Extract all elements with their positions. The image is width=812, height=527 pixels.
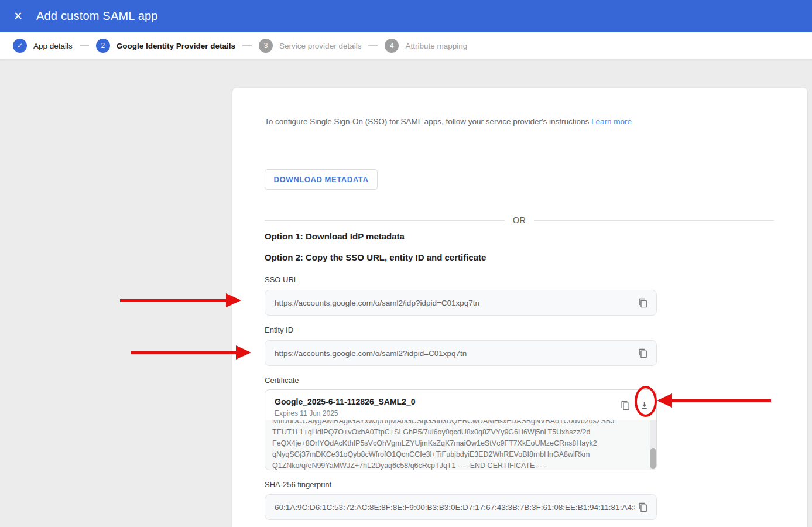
certificate-line: FeQX4je+8OrlYOdAcKthIP5sVcOhVgmLZYUjmKsZ… bbox=[272, 438, 656, 449]
step3-number: 3 bbox=[259, 39, 273, 53]
step1-check-icon: ✓ bbox=[13, 39, 27, 53]
option2-heading: Option 2: Copy the SSO URL, entity ID an… bbox=[265, 252, 486, 262]
certificate-line: qNyqSGj37mDKCe31oQyb8cWfrofO1QcnCCIe3l+T… bbox=[272, 449, 656, 460]
learn-more-link[interactable]: Learn more bbox=[591, 117, 632, 126]
content-card: To configure Single Sign-On (SSO) for SA… bbox=[232, 88, 807, 527]
sso-url-label: SSO URL bbox=[265, 275, 298, 284]
entity-id-label: Entity ID bbox=[265, 326, 293, 334]
option1-heading: Option 1: Download IdP metadata bbox=[265, 231, 405, 241]
intro-text: To configure Single Sign-On (SSO) for SA… bbox=[265, 117, 632, 126]
step4-number: 4 bbox=[385, 39, 399, 53]
wizard-stepper: ✓ App details 2 Google Identity Provider… bbox=[0, 32, 812, 60]
copy-icon bbox=[638, 348, 648, 358]
certificate-label: Certificate bbox=[265, 376, 299, 385]
entity-annotation-arrow-shaft bbox=[131, 351, 237, 354]
add-saml-app-dialog: ✕ Add custom SAML app ✓ App details 2 Go… bbox=[0, 0, 812, 527]
step-connector bbox=[368, 45, 378, 46]
step-service-provider-details[interactable]: 3 Service provider details bbox=[259, 39, 361, 53]
certificate-line: MIIDdDCCAlygAwIBAgIGAYxwJpUqMA0GCSqGSIb3… bbox=[272, 420, 656, 427]
step-connector bbox=[242, 45, 252, 46]
copy-icon bbox=[638, 298, 648, 308]
divider-line bbox=[265, 220, 505, 221]
dialog-title: Add custom SAML app bbox=[36, 9, 158, 23]
certificate-expiry: Expires 11 Jun 2025 bbox=[275, 409, 338, 418]
certificate-name: Google_2025-6-11-112826_SAML2_0 bbox=[275, 397, 415, 406]
step-connector bbox=[80, 45, 89, 46]
step-app-details[interactable]: ✓ App details bbox=[13, 39, 73, 53]
certificate-scrollbar[interactable] bbox=[650, 420, 656, 470]
copy-icon bbox=[621, 401, 631, 410]
sso-copy-button[interactable] bbox=[635, 295, 650, 310]
step2-label: Google Identity Provider details bbox=[117, 42, 235, 50]
download-metadata-button[interactable]: DOWNLOAD METADATA bbox=[265, 169, 378, 190]
intro-sentence: To configure Single Sign-On (SSO) for SA… bbox=[265, 117, 589, 126]
or-divider: OR bbox=[265, 214, 774, 226]
sso-annotation-arrow-shaft bbox=[120, 299, 227, 302]
step2-number: 2 bbox=[96, 39, 110, 53]
sso-url-value: https://accounts.google.com/o/saml2/idp?… bbox=[275, 299, 635, 307]
step1-label: App details bbox=[33, 42, 73, 50]
scrollbar-thumb[interactable] bbox=[650, 448, 656, 469]
certificate-line: TEUT1L1+qHdIPQ7O+vOxbA0TtpC+SLGhP5/7ui6o… bbox=[272, 427, 656, 438]
close-icon[interactable]: ✕ bbox=[12, 10, 25, 23]
certificate-line: Q1ZNko/q/eN99YaMWJZ+7hL2Dyaq6c58/q6cRcpT… bbox=[272, 460, 656, 470]
certificate-download-button[interactable] bbox=[636, 398, 652, 413]
entity-id-value: https://accounts.google.com/o/saml2?idpi… bbox=[275, 349, 635, 358]
certificate-copy-button[interactable] bbox=[618, 398, 633, 413]
sha256-field: 60:1A:9C:D6:1C:53:72:AC:8E:8F:8E:F9:00:B… bbox=[265, 494, 657, 520]
step-google-idp-details[interactable]: 2 Google Identity Provider details bbox=[96, 39, 235, 53]
entity-id-field: https://accounts.google.com/o/saml2?idpi… bbox=[265, 340, 657, 366]
divider-line bbox=[534, 220, 774, 221]
sha256-copy-button[interactable] bbox=[635, 499, 650, 515]
step4-label: Attribute mapping bbox=[405, 42, 467, 50]
sso-url-field: https://accounts.google.com/o/saml2/idp?… bbox=[265, 290, 657, 316]
certificate-body[interactable]: MIIDdDCCAlygAwIBAgIGAYxwJpUqMA0GCSqGSIb3… bbox=[265, 420, 656, 470]
step-attribute-mapping[interactable]: 4 Attribute mapping bbox=[385, 39, 467, 53]
divider-label: OR bbox=[513, 215, 526, 225]
sha256-label: SHA-256 fingerprint bbox=[265, 480, 331, 489]
sha256-value: 60:1A:9C:D6:1C:53:72:AC:8E:8F:8E:F9:00:B… bbox=[275, 503, 635, 512]
download-icon bbox=[639, 401, 649, 410]
copy-icon bbox=[638, 502, 648, 512]
certificate-text: MIIDdDCCAlygAwIBAgIGAYxwJpUqMA0GCSqGSIb3… bbox=[272, 420, 656, 470]
certificate-card: Google_2025-6-11-112826_SAML2_0 Expires … bbox=[265, 389, 657, 470]
entity-copy-button[interactable] bbox=[635, 345, 650, 361]
step3-label: Service provider details bbox=[279, 42, 361, 50]
dialog-header: ✕ Add custom SAML app bbox=[0, 0, 812, 32]
